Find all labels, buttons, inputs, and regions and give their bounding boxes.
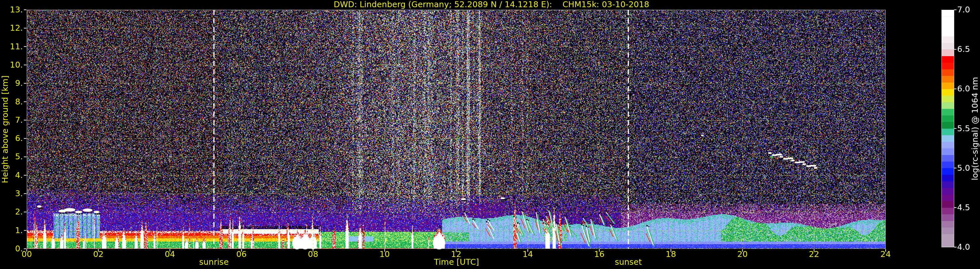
x-tick-label: 12 [451, 250, 461, 259]
y-tick-label: 3. [1, 189, 23, 198]
x-tick-label: 04 [165, 250, 175, 259]
y-tick-label: 10. [1, 61, 23, 69]
x-tick-label: 20 [737, 250, 748, 259]
colorbar-tick-label: 4.0 [957, 243, 970, 251]
x-tick-label: 18 [666, 250, 676, 259]
y-tick-label: 4. [1, 171, 23, 180]
y-tick-label: 9. [1, 79, 23, 88]
colorbar-tick-label: 7.0 [957, 6, 970, 14]
colorbar-tick-label: 6.5 [957, 45, 970, 54]
plot-title: DWD: Lindenberg (Germany; 52.2089 N / 14… [334, 0, 649, 9]
x-axis-label: Time [UTC] [434, 258, 479, 266]
x-tick-label: 16 [594, 250, 605, 259]
y-tick-label: 6. [1, 134, 23, 143]
y-tick-label: 2. [1, 208, 23, 216]
y-tick-label: 8. [1, 98, 23, 106]
colorbar-tick-label: 6.0 [957, 84, 970, 93]
sunrise-annotation: sunrise [199, 258, 229, 266]
colorbar-tick-label: 5.0 [957, 164, 970, 172]
x-tick-label: 24 [880, 250, 891, 259]
x-tick-label: 00 [22, 250, 32, 259]
y-tick-label: 7. [1, 116, 23, 124]
colorbar-tick-label: 5.5 [957, 124, 970, 133]
x-tick-label: 14 [522, 250, 533, 259]
sunset-annotation: sunset [615, 258, 642, 266]
y-tick-label: 5. [1, 153, 23, 161]
colorbar-label: log(rc-signal) @ 1064 nm [971, 77, 979, 180]
y-tick-label: 13. [1, 6, 23, 14]
x-tick-label: 02 [93, 250, 103, 259]
x-tick-label: 10 [379, 250, 390, 259]
plot-canvas [0, 0, 980, 269]
x-tick-label: 06 [236, 250, 247, 259]
y-axis-label: Height above ground [km] [1, 75, 10, 183]
x-tick-label: 22 [809, 250, 819, 259]
colorbar-tick-label: 4.5 [957, 204, 970, 212]
y-tick-label: 11. [1, 43, 23, 51]
y-tick-label: 1. [1, 226, 23, 235]
x-tick-label: 08 [308, 250, 318, 259]
y-tick-label: 0. [1, 245, 23, 253]
y-tick-label: 12. [1, 24, 23, 32]
ceilometer-quicklook-figure: DWD: Lindenberg (Germany; 52.2089 N / 14… [0, 0, 980, 269]
